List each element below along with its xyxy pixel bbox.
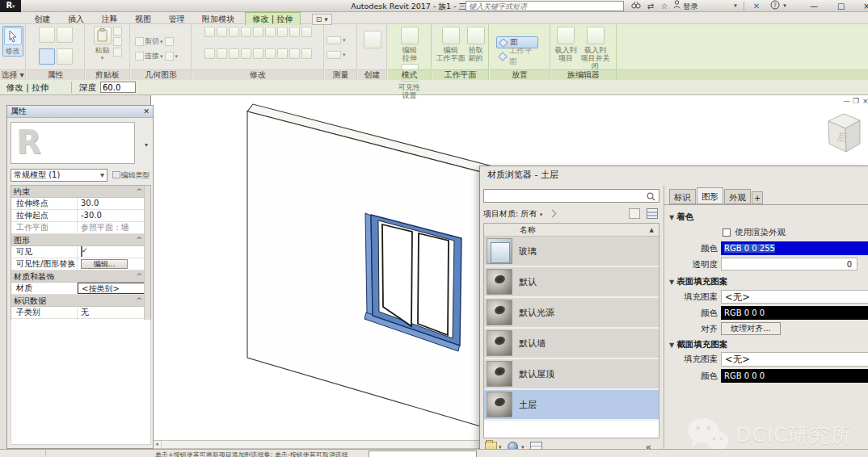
trim-extend-icon[interactable] <box>265 27 276 37</box>
delete-icon[interactable] <box>253 48 263 59</box>
view-window-minimize[interactable]: — <box>843 97 850 105</box>
param-row-subcategory[interactable]: 子类别 无 <box>11 307 150 319</box>
ribbon-display-toggle[interactable]: ⊡ ▾ <box>312 14 332 25</box>
param-row-visible[interactable]: 可见 <box>11 246 150 258</box>
cut-to-clipboard-icon[interactable] <box>113 27 122 36</box>
load-into-project-close-button[interactable]: 载入到项目并关闭 <box>578 26 613 71</box>
cut-extra-icon[interactable] <box>165 37 174 46</box>
properties-palette-icon[interactable] <box>39 27 55 43</box>
drawing-horizontal-scrollbar[interactable]: ◂ <box>152 440 480 449</box>
status-edit-box[interactable] <box>369 451 477 457</box>
tab-identity[interactable]: 标识 <box>669 189 696 204</box>
search-binoculars-icon[interactable] <box>630 0 643 12</box>
panel-select-label[interactable]: 选择 ▾ <box>0 69 25 80</box>
join-extra-icon[interactable] <box>165 52 174 61</box>
material-row-default-light[interactable]: 默认光源 <box>484 298 659 329</box>
family-category-icon[interactable] <box>57 27 73 43</box>
tab-modify-extrusion-active[interactable]: 修改 | 拉伸 <box>245 12 301 25</box>
param-row-extrusion-start[interactable]: 拉伸起点 -30.0 <box>11 210 150 222</box>
help-icon[interactable]: ? <box>769 0 781 12</box>
group-constraints[interactable]: 约束^ <box>11 186 150 198</box>
edit-type-button[interactable]: 编辑类型 <box>111 169 151 182</box>
surface-pattern-field[interactable]: <无> <box>721 290 868 304</box>
depth-input[interactable] <box>100 82 136 93</box>
join-geometry-icon[interactable] <box>135 52 144 61</box>
tab-create[interactable]: 创建 <box>27 13 58 25</box>
window-maximize-button[interactable]: □ <box>837 0 845 12</box>
help-search-input[interactable] <box>466 1 624 11</box>
tab-insert[interactable]: 插入 <box>61 13 91 25</box>
mirror-axis-icon[interactable] <box>229 27 239 37</box>
tab-annotate[interactable]: 注释 <box>95 13 125 25</box>
view-cube[interactable]: 后 <box>820 108 866 158</box>
modify-tool-button[interactable]: 修改 <box>2 26 23 57</box>
create-group-icon[interactable] <box>364 31 381 48</box>
trim-corner-icon[interactable] <box>265 48 276 59</box>
move-icon[interactable] <box>277 27 288 37</box>
copy-to-clipboard-icon[interactable] <box>113 37 122 46</box>
param-row-visibility-override[interactable]: 可见性/图形替换 编辑... <box>11 258 150 270</box>
signin-dropdown-icon[interactable]: ▾ <box>731 0 739 12</box>
project-materials-filter[interactable]: 项目材质: 所有 ▾ <box>483 207 659 220</box>
material-list-header[interactable]: 名称▲ <box>484 224 659 237</box>
tab-addins[interactable]: 附加模块 <box>195 13 242 25</box>
offset-icon[interactable] <box>217 27 227 37</box>
section-surface-pattern[interactable]: ▼表面填充图案 <box>669 276 727 287</box>
array-icon[interactable] <box>204 48 215 59</box>
family-connectors-icon[interactable] <box>57 48 73 65</box>
sort-ascending-icon[interactable]: ▲ <box>650 224 654 236</box>
cut-geometry-label[interactable]: 剪切 <box>145 36 159 47</box>
signin-person-icon[interactable] <box>672 0 681 12</box>
join-geometry-label[interactable]: 连接 <box>145 51 159 61</box>
measure-ruler-icon[interactable] <box>327 51 341 59</box>
cut-color-swatch[interactable]: RGB 0 0 0 <box>721 369 868 383</box>
pin-icon[interactable] <box>229 48 239 59</box>
transparency-field[interactable]: 0 <box>721 258 857 270</box>
measure-dimension-icon[interactable] <box>327 36 341 44</box>
section-cut-pattern[interactable]: ▼截面填充图案 <box>669 339 727 350</box>
view-window-restore[interactable]: ❐ <box>853 97 859 105</box>
favorites-star-icon[interactable]: ☆ <box>659 0 670 12</box>
cut-geometry-icon[interactable] <box>135 37 144 46</box>
scroll-left-icon[interactable]: ◂ <box>153 441 162 448</box>
material-search-box[interactable] <box>483 189 659 203</box>
view-window-close[interactable]: × <box>862 97 868 105</box>
parameter-grid-scrollbar[interactable] <box>144 186 150 331</box>
section-shading[interactable]: ▼着色 <box>669 212 693 223</box>
help-dropdown-icon[interactable]: ▾ <box>781 0 789 12</box>
group-graphics[interactable]: 图形^ <box>11 234 150 246</box>
scale-icon[interactable] <box>217 48 227 59</box>
trim-single-icon[interactable] <box>277 48 288 59</box>
unpin-icon[interactable] <box>241 48 251 59</box>
load-into-project-button[interactable]: 载入到项目 <box>554 26 578 63</box>
subscription-icon[interactable]: ⇄ <box>645 0 656 12</box>
texture-alignment-button[interactable]: 纹理对齐... <box>721 322 781 335</box>
material-value-field[interactable]: <按类别> <box>78 283 150 294</box>
tab-manage[interactable]: 管理 <box>162 13 192 25</box>
split-icon[interactable] <box>253 27 263 37</box>
preview-dropdown-icon[interactable]: ▾ <box>145 141 148 149</box>
match-type-icon[interactable] <box>113 48 122 57</box>
family-types-icon[interactable] <box>39 48 55 65</box>
app-menu-button[interactable]: R▾ <box>0 0 21 12</box>
group-identity[interactable]: 标识数据^ <box>11 295 150 307</box>
group-materials[interactable]: 材质和装饰^ <box>11 270 150 283</box>
signin-label[interactable]: 登录 <box>683 0 698 12</box>
visible-checkbox[interactable] <box>81 246 82 257</box>
properties-close-icon[interactable]: ✕ <box>143 106 150 117</box>
material-row-soil-selected[interactable]: 土层 <box>484 390 659 421</box>
shading-color-swatch[interactable]: RGB 0 0 255 <box>721 241 868 255</box>
pick-new-workplane-button[interactable]: 拾取新的 <box>466 26 486 63</box>
cut-pattern-field[interactable]: <无> <box>721 352 868 367</box>
placement-workplane-button[interactable]: 工作平面 <box>496 50 538 62</box>
properties-palette-header[interactable]: 属性 ✕ <box>7 106 153 118</box>
mirror-draw-icon[interactable] <box>241 27 251 37</box>
wall-joins-icon[interactable] <box>301 48 312 59</box>
material-row-default-roof[interactable]: 默认屋顶 <box>484 359 659 390</box>
material-row-glass[interactable]: 玻璃 <box>484 237 659 267</box>
tab-graphics-active[interactable]: 图形 <box>697 187 723 204</box>
paste-button[interactable]: 粘贴▾ <box>93 26 112 63</box>
visibility-settings-button[interactable]: 可见性设置 <box>398 63 421 100</box>
rotate-icon[interactable] <box>301 27 312 37</box>
add-asset-tab-button[interactable]: + <box>752 191 763 204</box>
